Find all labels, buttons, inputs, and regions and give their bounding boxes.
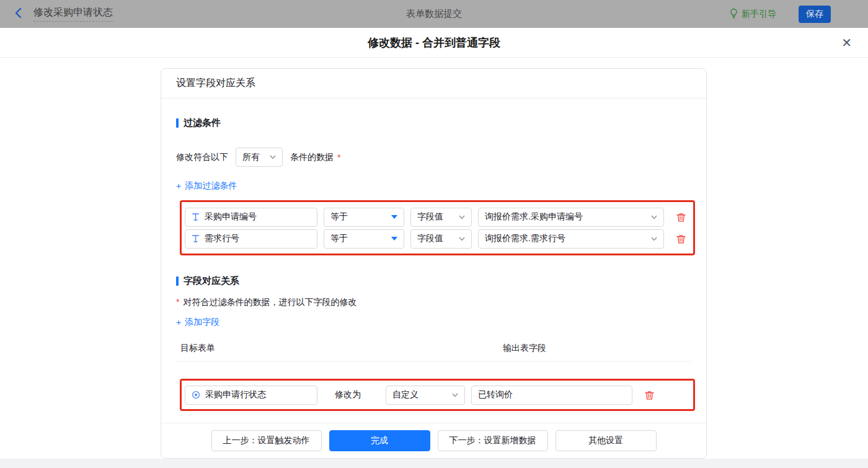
- operator-select[interactable]: 等于: [324, 208, 404, 227]
- prev-step-button[interactable]: 上一步：设置触发动作: [211, 430, 322, 451]
- mapping-section-title: 字段对应关系: [176, 275, 691, 287]
- guide-label: 新手引导: [742, 9, 776, 20]
- add-field-link[interactable]: + 添加字段: [176, 317, 219, 328]
- operator-select[interactable]: 等于: [324, 229, 404, 249]
- card-footer: 上一步：设置触发动作 完成 下一步：设置新增数据 其他设置: [161, 423, 706, 458]
- radio-field-icon: [192, 391, 200, 399]
- screen: 修改采购申请状态 表单数据提交 新手引导 保存 修改数据 - 合并到普通字段 ✕: [0, 0, 868, 468]
- required-mark: *: [176, 297, 179, 307]
- trash-icon: [676, 234, 686, 244]
- other-settings-button[interactable]: 其他设置: [556, 430, 657, 451]
- match-prefix-label: 修改符合以下: [176, 152, 228, 163]
- beginner-guide-link[interactable]: 新手引导: [729, 8, 776, 20]
- value-field-select[interactable]: 询报价需求.采购申请编号: [478, 208, 664, 227]
- plus-icon: +: [176, 317, 181, 327]
- chevron-down-icon: [270, 155, 276, 159]
- chevron-down-icon: [459, 215, 465, 219]
- bottom-scroll-track[interactable]: [0, 459, 868, 468]
- filter-field-input[interactable]: 采购申请编号: [185, 208, 317, 227]
- caret-down-icon: [391, 215, 397, 219]
- back-button[interactable]: [14, 7, 24, 21]
- mapping-row-highlight-box: 采购申请行状态 修改为 自定义 已转询价: [180, 379, 695, 411]
- modal-header: 修改数据 - 合并到普通字段 ✕: [0, 28, 868, 58]
- modal-title: 修改数据 - 合并到普通字段: [368, 35, 500, 50]
- topbar-center-title: 表单数据提交: [406, 8, 462, 20]
- back-chevron-icon: [14, 7, 24, 21]
- delete-row-button[interactable]: [645, 391, 654, 400]
- text-field-icon: [192, 213, 200, 221]
- chevron-down-icon: [651, 215, 657, 219]
- delete-row-button[interactable]: [676, 213, 686, 222]
- chevron-down-icon: [452, 393, 458, 397]
- match-condition-row: 修改符合以下 所有 条件的数据 *: [176, 148, 691, 167]
- topbar: 修改采购申请状态 表单数据提交 新手引导 保存: [0, 0, 868, 28]
- chevron-down-icon: [459, 237, 465, 241]
- section-marker: [176, 118, 179, 128]
- value-type-select[interactable]: 字段值: [410, 229, 472, 249]
- mapping-table-header: 目标表单 输出表字段: [176, 343, 691, 362]
- mapping-description: * 对符合过滤条件的数据，进行以下字段的修改: [176, 297, 691, 308]
- filter-row: 采购申请编号 等于 字段值 询报价需求.采购申请编号: [185, 207, 690, 227]
- target-form-column-header: 目标表单: [176, 343, 503, 354]
- field-mapping-card: 设置字段对应关系 过滤条件 修改符合以下 所有 条件的数据 *: [161, 68, 707, 459]
- lightbulb-icon: [729, 8, 738, 20]
- target-field-input[interactable]: 采购申请行状态: [185, 386, 317, 405]
- next-step-button[interactable]: 下一步：设置新增数据: [438, 430, 548, 451]
- done-button[interactable]: 完成: [329, 430, 430, 451]
- caret-down-icon: [391, 237, 397, 241]
- close-icon[interactable]: ✕: [841, 34, 852, 51]
- text-field-icon: [192, 234, 200, 243]
- trash-icon: [676, 213, 686, 222]
- plus-icon: +: [176, 181, 181, 191]
- filter-section-title: 过滤条件: [176, 117, 691, 129]
- chevron-down-icon: [651, 237, 657, 241]
- value-type-select[interactable]: 字段值: [410, 208, 472, 227]
- action-label: 修改为: [335, 389, 361, 400]
- trash-icon: [645, 391, 654, 400]
- match-mode-select[interactable]: 所有: [236, 148, 283, 167]
- save-button[interactable]: 保存: [799, 6, 831, 23]
- mapping-row: 采购申请行状态 修改为 自定义 已转询价: [185, 385, 690, 405]
- flow-name[interactable]: 修改采购申请状态: [33, 6, 113, 22]
- match-suffix-label: 条件的数据: [290, 152, 334, 163]
- add-filter-condition-link[interactable]: + 添加过滤条件: [176, 180, 237, 192]
- value-field-select[interactable]: 询报价需求.需求行号: [478, 229, 664, 249]
- section-marker: [176, 276, 179, 286]
- filter-field-input[interactable]: 需求行号: [185, 229, 317, 249]
- card-title: 设置字段对应关系: [161, 69, 706, 99]
- required-mark: *: [337, 152, 340, 162]
- edit-data-modal: 修改数据 - 合并到普通字段 ✕ 设置字段对应关系 过滤条件 修改符合以下 所有…: [0, 28, 868, 468]
- filter-row: 需求行号 等于 字段值 询报价需求.需求行号: [185, 229, 690, 249]
- filter-rows-highlight-box: 采购申请编号 等于 字段值 询报价需求.采购申请编号: [180, 200, 695, 255]
- value-mode-select[interactable]: 自定义: [386, 386, 465, 405]
- custom-value-input[interactable]: 已转询价: [471, 386, 632, 405]
- output-field-column-header: 输出表字段: [503, 343, 546, 354]
- delete-row-button[interactable]: [676, 234, 686, 244]
